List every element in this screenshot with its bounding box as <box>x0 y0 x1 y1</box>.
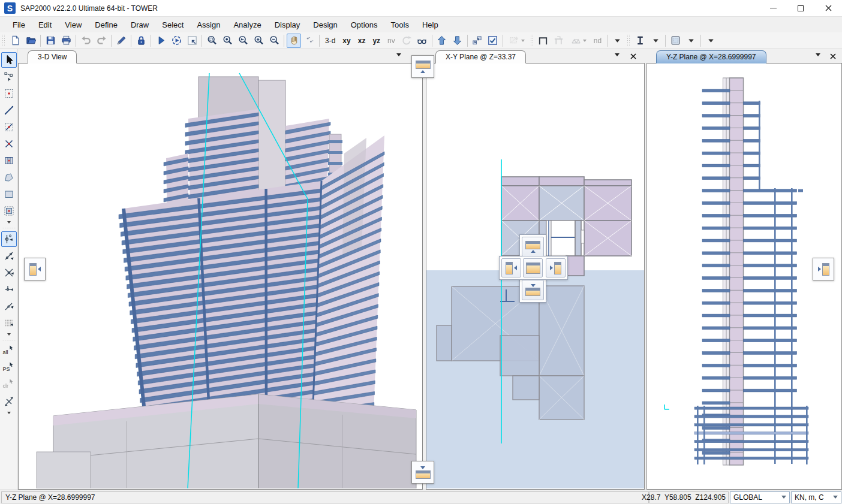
menu-item-analyze[interactable]: Analyze <box>227 18 267 32</box>
view-3d-button[interactable]: 3-d <box>322 34 338 48</box>
snap-to-perpendicular-button[interactable] <box>1 282 17 297</box>
dock-right-button[interactable] <box>546 258 566 277</box>
redo-button[interactable] <box>94 34 109 48</box>
new-model-button[interactable] <box>8 34 22 48</box>
snap-to-lines-button[interactable] <box>1 298 17 314</box>
deselect-button[interactable] <box>1 394 17 409</box>
draw-frame-button[interactable] <box>1 102 17 118</box>
dock-center-button[interactable] <box>523 258 543 277</box>
snap-to-grid-button[interactable] <box>1 315 17 331</box>
dock-bottom-button[interactable] <box>522 280 544 300</box>
snap-to-joints-button[interactable] <box>1 231 17 247</box>
object-shrink-toggle-button[interactable] <box>470 34 485 48</box>
quick-draw-brace-button[interactable] <box>567 34 590 48</box>
menu-item-display[interactable]: Display <box>268 18 307 32</box>
frame-section-button[interactable] <box>633 34 647 48</box>
run-time-history-button[interactable] <box>169 34 184 48</box>
dock-left-button[interactable] <box>501 258 521 277</box>
tab-3d-view[interactable]: 3-D View <box>28 50 77 64</box>
save-model-button[interactable] <box>43 34 58 48</box>
draw-more-dropdown-button[interactable] <box>610 34 624 48</box>
select-expand-button[interactable] <box>1 410 17 416</box>
coordinate-system-select[interactable]: GLOBAL <box>730 491 790 503</box>
tab-list-arrow-yz[interactable] <box>816 53 823 61</box>
quick-draw-braces-button[interactable] <box>1 136 17 152</box>
snap-to-midpoints-ends-button[interactable] <box>1 248 17 264</box>
menu-item-help[interactable]: Help <box>416 18 445 32</box>
tile-window-down-button[interactable] <box>411 461 434 484</box>
select-previous-button[interactable]: PS <box>1 360 17 376</box>
draw-special-joint-button[interactable] <box>1 86 17 101</box>
maximize-button[interactable] <box>787 0 814 17</box>
undo-button[interactable] <box>79 34 93 48</box>
menu-item-view[interactable]: View <box>58 18 88 32</box>
tab-list-arrow-3d[interactable] <box>396 53 404 61</box>
area-section-button[interactable] <box>668 34 682 48</box>
quick-draw-frame-button[interactable] <box>1 119 17 135</box>
frame-section-dropdown-button[interactable] <box>648 34 663 48</box>
menu-item-define[interactable]: Define <box>88 18 124 32</box>
rubber-band-zoom-button[interactable] <box>205 34 219 48</box>
view-nv-button[interactable]: nv <box>384 34 398 48</box>
toolbar-grip[interactable] <box>530 34 534 47</box>
area-section-dropdown-button[interactable] <box>684 34 698 48</box>
quick-draw-frame-grid-button[interactable] <box>536 34 551 48</box>
rotate-view-button[interactable] <box>399 34 414 48</box>
assign-display-button[interactable] <box>506 34 528 48</box>
menu-item-select[interactable]: Select <box>155 18 190 32</box>
view-xy-button[interactable]: xy <box>339 34 353 48</box>
tab-yz-plane[interactable]: Y-Z Plane @ X=28.6999997 <box>656 50 766 64</box>
menu-item-file[interactable]: File <box>6 18 32 32</box>
menu-item-assign[interactable]: Assign <box>190 18 227 32</box>
tile-window-left-button[interactable] <box>24 258 46 280</box>
select-pointer-button[interactable] <box>1 52 17 68</box>
modify-geometry-button[interactable] <box>114 34 128 48</box>
open-file-button[interactable] <box>23 34 38 48</box>
close-button[interactable] <box>814 0 842 17</box>
frame-nd-button[interactable]: nd <box>591 34 605 48</box>
lock-model-button[interactable] <box>134 34 148 48</box>
close-view-yz-button[interactable] <box>829 52 837 61</box>
close-view-xy-button[interactable] <box>629 52 637 61</box>
run-analysis-button[interactable] <box>154 34 168 48</box>
snap-to-intersections-button[interactable] <box>1 265 17 280</box>
select-all-button[interactable]: all <box>1 343 17 359</box>
dock-top-button[interactable] <box>522 237 544 256</box>
units-select[interactable]: KN, m, C <box>791 491 841 503</box>
draw-expand-button[interactable] <box>1 219 17 225</box>
perspective-toggle-button[interactable] <box>415 34 429 48</box>
menu-item-draw[interactable]: Draw <box>124 18 155 32</box>
tab-xy-plane[interactable]: X-Y Plane @ Z=33.37 <box>435 50 526 64</box>
draw-poly-area-button[interactable] <box>1 170 17 185</box>
move-down-in-list-button[interactable] <box>450 34 465 48</box>
restore-full-view-button[interactable] <box>220 34 234 48</box>
menu-item-options[interactable]: Options <box>344 18 384 32</box>
tile-window-up-button[interactable] <box>411 55 434 78</box>
menu-item-design[interactable]: Design <box>306 18 344 32</box>
view-yz-button[interactable]: yz <box>369 34 383 48</box>
quick-draw-beam-button[interactable] <box>552 34 566 48</box>
set-display-options-button[interactable] <box>486 34 500 48</box>
view-xz-button[interactable]: xz <box>355 34 369 48</box>
tile-window-right-button[interactable] <box>813 258 834 280</box>
toolbar-grip[interactable] <box>627 34 630 47</box>
more-sections-dropdown-button[interactable] <box>703 34 718 48</box>
3d-view-canvas[interactable] <box>18 64 423 490</box>
pan-button[interactable] <box>287 34 301 48</box>
quick-draw-area-button[interactable] <box>1 203 17 219</box>
shrink-model-button[interactable] <box>185 34 199 48</box>
snap-expand-button[interactable] <box>1 331 17 337</box>
previous-zoom-button[interactable] <box>236 34 250 48</box>
draw-rectangular-area-button[interactable] <box>1 186 17 202</box>
quick-draw-secondary-beams-button[interactable] <box>1 153 17 168</box>
menu-item-tools[interactable]: Tools <box>384 18 416 32</box>
tab-list-arrow-xy[interactable] <box>615 53 622 61</box>
reshape-element-button[interactable] <box>1 69 17 84</box>
zoom-out-button[interactable] <box>267 34 281 48</box>
clear-selection-button[interactable]: clr <box>1 377 17 393</box>
print-button[interactable] <box>59 34 73 48</box>
zoom-in-button[interactable] <box>251 34 266 48</box>
joint-labels-button[interactable] <box>302 34 317 48</box>
minimize-button[interactable] <box>759 0 787 17</box>
toolbar-grip[interactable] <box>2 34 5 47</box>
